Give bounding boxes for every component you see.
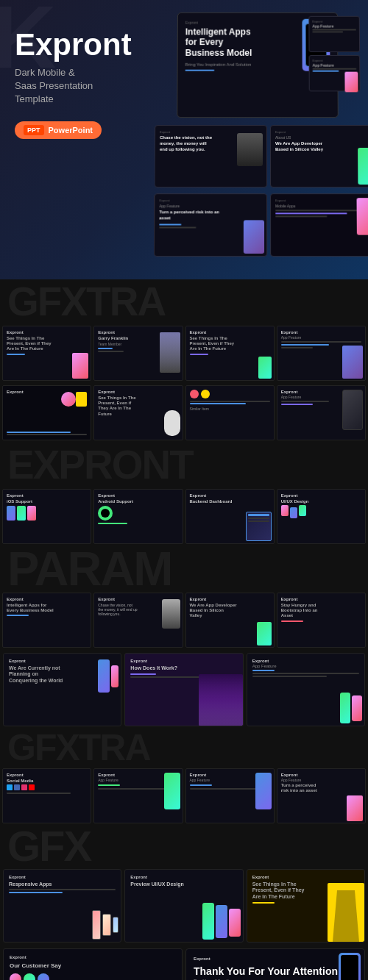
slide-card-r1-4: Expront App Feature (277, 326, 366, 381)
slide-grid-row3: Expront iOS Support Expront Android Supp… (0, 487, 368, 546)
hero-section: K Expront Dark Mobile & Saas Presentatio… (0, 0, 368, 279)
slide-card-r1-3: Expront See Things In The Present, Even … (185, 326, 275, 381)
slide-customer-say: Expront Our Customer Say (3, 948, 183, 980)
slide-backend: Expront Backend Dashboard (185, 489, 275, 544)
slide-grid-row1: Expront See Things In The Present, Even … (0, 323, 368, 383)
slide-see-things-2: Expront See Things In The Present, Even … (247, 869, 365, 943)
slide-preview-ux: Expront Preview UI/UX Design (124, 869, 243, 943)
slide-grid-row6: Expront Social Media Expront App Feature… (0, 766, 368, 826)
product-title: Expront (15, 29, 132, 60)
slide-social: Expront Social Media (2, 768, 91, 823)
slide-grid-row2: Expront Expront See Things In The Presen… (0, 383, 368, 443)
slide-risk: Expront App Feature Turn a perceived ris… (277, 768, 366, 823)
slide-ios: Expront iOS Support (2, 489, 91, 544)
watermark-5: GFX (0, 826, 98, 866)
hero-left-content: Expront Dark Mobile & Saas Presentation … (15, 29, 132, 139)
third-row-hero-previews: Expront App Feature Turn a perceived ris… (154, 193, 368, 257)
watermark-1: GFXTRA (0, 279, 172, 323)
product-subtitle: Dark Mobile & Saas Presentation Template (15, 66, 110, 107)
watermark-row-5: GFX (0, 826, 368, 866)
slide-title-r1-3: See Things In The Present, Even if They … (190, 336, 238, 352)
slide-grid-row4: Expront Intelligent Apps for Every Busin… (0, 590, 368, 650)
slide-r4-3: Expront We Are App Developer Based In Si… (185, 593, 275, 648)
slide-android: Expront Android Support (93, 489, 183, 544)
slide-r4-1: Expront Intelligent Apps for Every Busin… (2, 593, 91, 648)
slide-r2-2: Expront See Things In The Present, Even … (93, 385, 183, 440)
slide-main-title: Intelligent Apps for Every Business Mode… (185, 27, 258, 58)
slide-r2-4: Expront App Feature (277, 385, 366, 440)
slide-title-r1-1: See Things In The Present, Even if They … (7, 336, 54, 352)
watermark-row-3: PARAM (0, 546, 368, 590)
slide-r2-3: Similar Item (185, 385, 275, 440)
slide-r5-3: Expront App Feature (247, 653, 365, 726)
slide-grid-row7: Expront Responsive Apps Expront Preview … (0, 866, 368, 945)
slide-card-r1-1: Expront See Things In The Present, Even … (2, 326, 91, 381)
slide-grid-row8: Expront Our Customer Say Expront Thank Y… (0, 945, 368, 980)
slide-r4-2: Expront Chase the vision, not the money,… (93, 593, 183, 648)
slide-app-feat-2: Expront App Feature (185, 768, 275, 823)
slide-card-r1-2: Expront Garry Franklin Team Member (93, 326, 183, 381)
watermark-row-1: GFXTRA (0, 279, 368, 323)
ppt-text: PowerPoint (49, 126, 93, 135)
watermark-2: EXPRONT (0, 443, 200, 487)
watermark-row-2: EXPRONT (0, 443, 368, 487)
slide-thank-you: Expront Thank You For Your Attention For… (185, 948, 365, 980)
bottom-hero-previews: Expront Chase the vision, not the money,… (155, 125, 368, 187)
slide-ux: Expront UI/UX Design (277, 489, 366, 544)
watermark-3: PARAM (0, 546, 180, 590)
watermark-4: GFXTRA (0, 729, 158, 766)
slide-grid-row5: Expront We Are Currently not Planning on… (0, 650, 368, 729)
slide-r2-1: Expront (2, 385, 91, 440)
watermark-row-4: GFXTRA (0, 729, 368, 766)
slide-app-feat-1: Expront App Feature (93, 768, 183, 823)
hero-preview-area: Expront Intelligent Apps for Every Busin… (154, 12, 362, 277)
slide-r4-4: Expront Stay Hungry and Bootstrap Into a… (277, 593, 366, 648)
ppt-badge: PPT PowerPoint (15, 121, 102, 139)
ppt-label: PPT (24, 125, 44, 135)
thank-you-title: Thank You For Your Attention (194, 965, 357, 977)
slide-responsive: Expront Responsive Apps (3, 869, 121, 943)
slide-r5-2: Expront How Does It Work? (124, 653, 243, 726)
side-previews: Expront App Feature Expront App Feature (308, 16, 360, 94)
slide-r5-1: Expront We Are Currently not Planning on… (3, 653, 121, 726)
thank-you-content: Thank You For Your Attention For Your At… (194, 965, 357, 980)
